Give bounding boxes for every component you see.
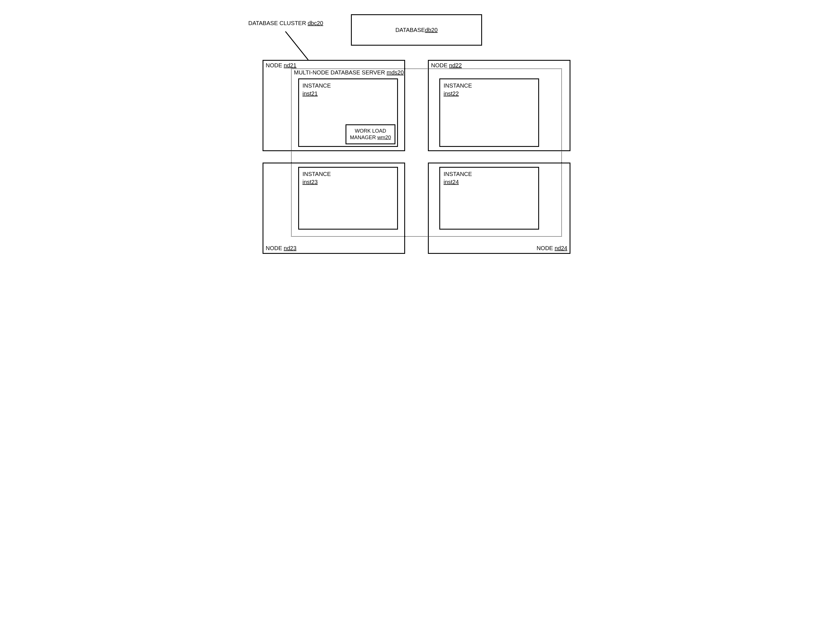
- workload-line2: MANAGER wm20: [350, 134, 391, 141]
- mds-label: MULTI-NODE DATABASE SERVER mds20: [293, 69, 404, 76]
- workload-line1: WORK LOAD: [355, 128, 386, 134]
- instance-label-inst21: INSTANCE inst21: [302, 82, 331, 98]
- cluster-label: DATABASE CLUSTER dbc20: [248, 20, 323, 27]
- workload-manager-box: WORK LOAD MANAGER wm20: [346, 124, 396, 144]
- instance-label-inst23: INSTANCE inst23: [302, 170, 331, 186]
- database-box: DATABASE db20: [351, 14, 482, 46]
- instance-inst23: INSTANCE inst23: [298, 167, 398, 230]
- instance-inst22: INSTANCE inst22: [439, 79, 539, 147]
- node-label-nd23: NODE nd23: [266, 245, 296, 251]
- instance-inst24: INSTANCE inst24: [439, 167, 539, 230]
- cluster-id: dbc20: [307, 20, 323, 26]
- pointer-line-icon: [283, 31, 317, 63]
- cluster-label-text: DATABASE CLUSTER: [248, 20, 307, 26]
- instance-label-inst22: INSTANCE inst22: [444, 82, 472, 98]
- instance-label-inst24: INSTANCE inst24: [444, 170, 472, 186]
- node-label-nd22: NODE nd22: [431, 62, 462, 69]
- node-label-nd24: NODE nd24: [537, 245, 567, 251]
- svg-line-0: [285, 31, 308, 60]
- database-label-text: DATABASE: [396, 27, 425, 33]
- instance-inst21: INSTANCE inst21 WORK LOAD MANAGER wm20: [298, 79, 398, 147]
- node-label-nd21: NODE nd21: [266, 62, 296, 69]
- database-cluster-diagram: DATABASE CLUSTER dbc20 DATABASE db20 NOD…: [246, 11, 587, 274]
- database-id: db20: [425, 27, 438, 33]
